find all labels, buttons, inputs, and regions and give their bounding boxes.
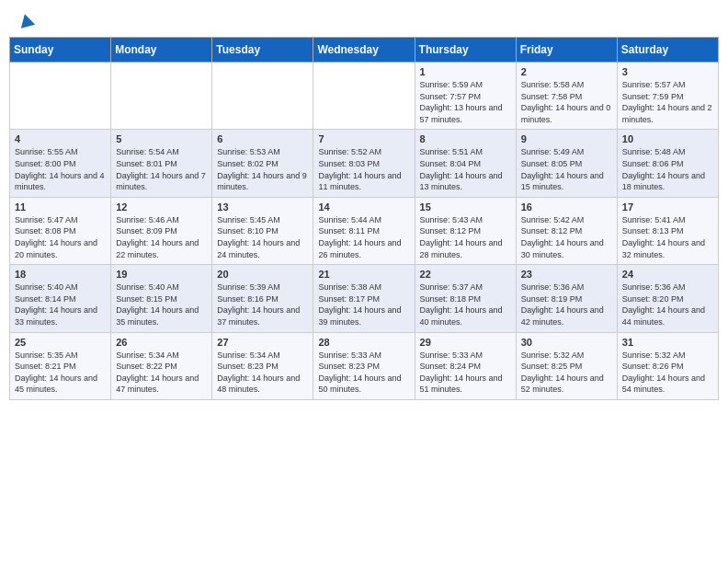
calendar-cell: 15Sunrise: 5:43 AM Sunset: 8:12 PM Dayli…	[415, 197, 516, 264]
day-number: 26	[116, 337, 207, 348]
calendar-cell: 20Sunrise: 5:39 AM Sunset: 8:16 PM Dayli…	[212, 265, 313, 332]
calendar-cell: 13Sunrise: 5:45 AM Sunset: 8:10 PM Dayli…	[212, 197, 313, 264]
day-info: Sunrise: 5:44 AM Sunset: 8:11 PM Dayligh…	[318, 215, 401, 259]
day-number: 14	[318, 201, 409, 213]
day-number: 22	[420, 269, 511, 280]
day-info: Sunrise: 5:34 AM Sunset: 8:22 PM Dayligh…	[116, 350, 199, 395]
calendar-cell: 23Sunrise: 5:36 AM Sunset: 8:19 PM Dayli…	[516, 265, 617, 332]
calendar-cell: 12Sunrise: 5:46 AM Sunset: 8:09 PM Dayli…	[111, 197, 212, 264]
day-number: 13	[217, 201, 308, 213]
day-of-week-header: Thursday	[415, 38, 516, 63]
day-number: 18	[15, 269, 106, 280]
calendar-cell: 5Sunrise: 5:54 AM Sunset: 8:01 PM Daylig…	[111, 130, 212, 197]
calendar-cell: 4Sunrise: 5:55 AM Sunset: 8:00 PM Daylig…	[10, 130, 111, 197]
day-number: 19	[116, 269, 207, 280]
day-number: 10	[622, 133, 713, 144]
day-info: Sunrise: 5:54 AM Sunset: 8:01 PM Dayligh…	[116, 147, 206, 191]
day-info: Sunrise: 5:40 AM Sunset: 8:14 PM Dayligh…	[15, 282, 97, 327]
calendar-cell	[313, 63, 415, 130]
calendar-cell	[111, 63, 212, 130]
day-number: 1	[420, 66, 511, 77]
day-info: Sunrise: 5:40 AM Sunset: 8:15 PM Dayligh…	[116, 282, 199, 327]
day-info: Sunrise: 5:49 AM Sunset: 8:05 PM Dayligh…	[521, 147, 604, 191]
day-info: Sunrise: 5:48 AM Sunset: 8:06 PM Dayligh…	[622, 147, 705, 191]
svg-marker-0	[18, 13, 35, 29]
calendar-cell: 30Sunrise: 5:32 AM Sunset: 8:25 PM Dayli…	[516, 332, 617, 399]
day-number: 28	[318, 337, 409, 348]
day-info: Sunrise: 5:55 AM Sunset: 8:00 PM Dayligh…	[15, 147, 105, 191]
day-info: Sunrise: 5:51 AM Sunset: 8:04 PM Dayligh…	[420, 147, 503, 191]
day-of-week-header: Monday	[111, 38, 212, 63]
calendar-cell: 6Sunrise: 5:53 AM Sunset: 8:02 PM Daylig…	[212, 130, 313, 197]
day-of-week-header: Sunday	[10, 38, 111, 63]
day-number: 5	[116, 133, 207, 144]
day-of-week-header: Wednesday	[313, 38, 415, 63]
calendar-cell: 16Sunrise: 5:42 AM Sunset: 8:12 PM Dayli…	[516, 197, 617, 264]
day-number: 21	[318, 269, 409, 280]
calendar-cell: 2Sunrise: 5:58 AM Sunset: 7:58 PM Daylig…	[516, 63, 617, 130]
day-info: Sunrise: 5:36 AM Sunset: 8:20 PM Dayligh…	[622, 282, 705, 327]
calendar-week-row: 18Sunrise: 5:40 AM Sunset: 8:14 PM Dayli…	[10, 265, 719, 332]
day-info: Sunrise: 5:43 AM Sunset: 8:12 PM Dayligh…	[420, 215, 503, 259]
day-info: Sunrise: 5:42 AM Sunset: 8:12 PM Dayligh…	[521, 215, 604, 259]
day-number: 29	[420, 337, 511, 348]
calendar-cell	[212, 63, 313, 130]
day-number: 20	[217, 269, 308, 280]
day-of-week-header: Saturday	[617, 38, 718, 63]
calendar-cell: 11Sunrise: 5:47 AM Sunset: 8:08 PM Dayli…	[10, 197, 111, 264]
day-info: Sunrise: 5:52 AM Sunset: 8:03 PM Dayligh…	[318, 147, 401, 191]
day-number: 6	[217, 133, 308, 144]
day-number: 11	[15, 201, 106, 213]
calendar-week-row: 1Sunrise: 5:59 AM Sunset: 7:57 PM Daylig…	[10, 63, 719, 130]
day-info: Sunrise: 5:33 AM Sunset: 8:23 PM Dayligh…	[318, 350, 401, 395]
day-info: Sunrise: 5:35 AM Sunset: 8:21 PM Dayligh…	[15, 350, 97, 395]
day-info: Sunrise: 5:53 AM Sunset: 8:02 PM Dayligh…	[217, 147, 307, 191]
day-number: 4	[15, 133, 106, 144]
day-info: Sunrise: 5:33 AM Sunset: 8:24 PM Dayligh…	[420, 350, 503, 395]
calendar-cell: 3Sunrise: 5:57 AM Sunset: 7:59 PM Daylig…	[617, 63, 718, 130]
day-of-week-header: Friday	[516, 38, 617, 63]
day-number: 24	[622, 269, 713, 280]
day-number: 30	[521, 337, 612, 348]
calendar-week-row: 4Sunrise: 5:55 AM Sunset: 8:00 PM Daylig…	[10, 130, 719, 197]
logo-icon	[18, 13, 35, 29]
day-info: Sunrise: 5:41 AM Sunset: 8:13 PM Dayligh…	[622, 215, 705, 259]
calendar-cell	[10, 63, 111, 130]
day-info: Sunrise: 5:32 AM Sunset: 8:26 PM Dayligh…	[622, 350, 705, 395]
day-number: 27	[217, 337, 308, 348]
day-number: 9	[521, 133, 612, 144]
day-info: Sunrise: 5:45 AM Sunset: 8:10 PM Dayligh…	[217, 215, 300, 259]
day-info: Sunrise: 5:37 AM Sunset: 8:18 PM Dayligh…	[420, 282, 503, 327]
calendar-cell: 14Sunrise: 5:44 AM Sunset: 8:11 PM Dayli…	[313, 197, 415, 264]
day-info: Sunrise: 5:59 AM Sunset: 7:57 PM Dayligh…	[420, 80, 503, 124]
day-info: Sunrise: 5:58 AM Sunset: 7:58 PM Dayligh…	[521, 80, 611, 124]
day-info: Sunrise: 5:47 AM Sunset: 8:08 PM Dayligh…	[15, 215, 97, 259]
calendar-cell: 9Sunrise: 5:49 AM Sunset: 8:05 PM Daylig…	[516, 130, 617, 197]
calendar-cell: 8Sunrise: 5:51 AM Sunset: 8:04 PM Daylig…	[415, 130, 516, 197]
calendar-cell: 18Sunrise: 5:40 AM Sunset: 8:14 PM Dayli…	[10, 265, 111, 332]
day-number: 8	[420, 133, 511, 144]
day-number: 31	[622, 337, 713, 348]
day-number: 25	[15, 337, 106, 348]
calendar-cell: 25Sunrise: 5:35 AM Sunset: 8:21 PM Dayli…	[10, 332, 111, 399]
calendar-cell: 21Sunrise: 5:38 AM Sunset: 8:17 PM Dayli…	[313, 265, 415, 332]
day-number: 7	[318, 133, 409, 144]
calendar-week-row: 25Sunrise: 5:35 AM Sunset: 8:21 PM Dayli…	[10, 332, 719, 399]
day-info: Sunrise: 5:57 AM Sunset: 7:59 PM Dayligh…	[622, 80, 712, 124]
calendar-cell: 19Sunrise: 5:40 AM Sunset: 8:15 PM Dayli…	[111, 265, 212, 332]
calendar-cell: 28Sunrise: 5:33 AM Sunset: 8:23 PM Dayli…	[313, 332, 415, 399]
calendar-cell: 29Sunrise: 5:33 AM Sunset: 8:24 PM Dayli…	[415, 332, 516, 399]
calendar-cell: 31Sunrise: 5:32 AM Sunset: 8:26 PM Dayli…	[617, 332, 718, 399]
calendar-cell: 7Sunrise: 5:52 AM Sunset: 8:03 PM Daylig…	[313, 130, 415, 197]
calendar-cell: 10Sunrise: 5:48 AM Sunset: 8:06 PM Dayli…	[617, 130, 718, 197]
day-of-week-header: Tuesday	[212, 38, 313, 63]
calendar-cell: 24Sunrise: 5:36 AM Sunset: 8:20 PM Dayli…	[617, 265, 718, 332]
calendar-cell: 26Sunrise: 5:34 AM Sunset: 8:22 PM Dayli…	[111, 332, 212, 399]
logo	[17, 13, 35, 28]
calendar-cell: 22Sunrise: 5:37 AM Sunset: 8:18 PM Dayli…	[415, 265, 516, 332]
page-header	[9, 9, 719, 31]
calendar-cell: 17Sunrise: 5:41 AM Sunset: 8:13 PM Dayli…	[617, 197, 718, 264]
day-info: Sunrise: 5:39 AM Sunset: 8:16 PM Dayligh…	[217, 282, 300, 327]
day-number: 23	[521, 269, 612, 280]
calendar-cell: 1Sunrise: 5:59 AM Sunset: 7:57 PM Daylig…	[415, 63, 516, 130]
